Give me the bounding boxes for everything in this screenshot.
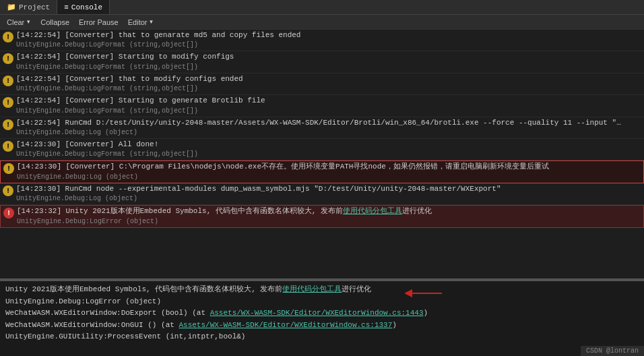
log-text: [14:22:54] RunCmd D:/test/Unity/unity-20… xyxy=(16,118,641,138)
tab-console-label: Console xyxy=(71,3,102,11)
log-text: [14:23:30] RunCmd node --experimental-mo… xyxy=(16,184,641,204)
detail-panel: Unity 2021版本使用Embeded Symbols, 代码包中含有函数名… xyxy=(0,280,644,356)
detail-line-1: Unity 2021版本使用Embeded Symbols, 代码包中含有函数名… xyxy=(5,284,639,296)
project-icon: 📁 xyxy=(7,3,16,11)
log-line1: [14:22:54] [Converter] that to genarate … xyxy=(16,30,641,40)
warn-icon: ! xyxy=(3,119,13,130)
log-line1: [14:22:54] RunCmd D:/test/Unity/unity-20… xyxy=(16,118,622,128)
link-code-split[interactable]: 使用代码分包工具 xyxy=(343,207,402,215)
detail-line-3: WeChatWASM.WXEditorWindow:DoExport (bool… xyxy=(5,307,639,320)
log-line1: [14:22:54] [Converter] Starting to modif… xyxy=(16,52,641,62)
log-text: [14:22:54] [Converter] that to modify co… xyxy=(16,74,641,94)
log-entry[interactable]: ! [14:22:54] [Converter] that to modify … xyxy=(0,73,644,95)
log-text: [14:22:54] [Converter] Starting to modif… xyxy=(16,52,641,71)
log-line1: [14:22:54] [Converter] Starting to gener… xyxy=(16,96,641,106)
tab-project-label: Project xyxy=(19,3,50,11)
log-entry[interactable]: ! [14:23:30] [Converter] All done! Unity… xyxy=(0,139,644,160)
tab-project[interactable]: 📁 Project xyxy=(0,0,57,14)
log-line2: UnityEngine.Debug:Log (object) xyxy=(16,194,641,204)
log-entry[interactable]: ! [14:23:30] RunCmd node --experimental-… xyxy=(0,183,644,205)
log-line2: UnityEngine.Debug:LogFormat (string,obje… xyxy=(16,150,641,159)
log-line2: UnityEngine.Debug:LogFormat (string,obje… xyxy=(16,107,641,116)
warn-icon: ! xyxy=(3,163,14,174)
log-entry[interactable]: ! [14:22:54] [Converter] Starting to mod… xyxy=(0,51,644,73)
log-text: [14:22:54] [Converter] Starting to gener… xyxy=(16,96,641,115)
warn-icon: ! xyxy=(3,32,13,42)
log-entry[interactable]: ! [14:22:54] [Converter] that to genarat… xyxy=(0,30,644,51)
log-text: [14:23:32] Unity 2021版本使用Embeded Symbols… xyxy=(17,206,641,226)
log-line1: [14:23:32] Unity 2021版本使用Embeded Symbols… xyxy=(17,206,641,216)
warn-icon: ! xyxy=(3,185,13,196)
editor-label: Editor xyxy=(128,18,148,26)
clear-label: Clear xyxy=(7,18,24,26)
log-line1: [14:23:30] [Converter] All done! xyxy=(16,140,641,150)
detail-panel-wrapper: Unity 2021版本使用Embeded Symbols, 代码包中含有函数名… xyxy=(0,278,644,356)
clear-button[interactable]: Clear ▼ xyxy=(3,16,35,28)
warn-icon: ! xyxy=(3,141,13,152)
log-line1: [14:23:30] RunCmd node --experimental-mo… xyxy=(16,184,641,194)
console-scroll-area[interactable]: ! [14:22:54] [Converter] that to genarat… xyxy=(0,30,644,278)
log-line2: UnityEngine.Debug:Log (object) xyxy=(17,173,641,182)
error-pause-label: Error Pause xyxy=(79,18,119,26)
tab-bar: 📁 Project ≡ Console xyxy=(0,0,644,15)
error-pause-button[interactable]: Error Pause xyxy=(75,16,123,28)
clear-chevron-icon: ▼ xyxy=(26,19,31,25)
log-entry[interactable]: ! [14:22:54] RunCmd D:/test/Unity/unity-… xyxy=(0,117,644,139)
log-entry-highlighted[interactable]: ! [14:23:30] [Converter] C:\Program File… xyxy=(0,160,644,183)
detail-link-cs1443[interactable]: Assets/WX-WASM-SDK/Editor/WXEditorWindow… xyxy=(210,309,424,317)
console-icon: ≡ xyxy=(64,3,69,11)
detail-link-cs1337[interactable]: Assets/WX-WASM-SDK/Editor/WXEditorWindow… xyxy=(179,321,392,329)
status-text: CSDN @lontran xyxy=(586,347,639,355)
warn-icon: ! xyxy=(3,76,13,86)
log-line2: UnityEngine.Debug:LogError (object) xyxy=(17,217,641,227)
tab-console[interactable]: ≡ Console xyxy=(57,0,110,14)
log-line1: [14:22:54] [Converter] that to modify co… xyxy=(16,74,641,84)
status-bar: CSDN @lontran xyxy=(581,346,644,356)
log-text: [14:23:30] [Converter] C:\Program Files\… xyxy=(17,162,641,181)
editor-chevron-icon: ▼ xyxy=(148,19,154,25)
collapse-button[interactable]: Collapse xyxy=(36,16,73,28)
log-line2: UnityEngine.Debug:LogFormat (string,obje… xyxy=(16,40,641,50)
warn-icon: ! xyxy=(3,53,13,64)
detail-link-code-split[interactable]: 使用代码分包工具 xyxy=(282,285,342,293)
err-icon: ! xyxy=(3,208,14,218)
detail-text: Unity 2021版本使用Embeded Symbols, 代码包中含有函数名… xyxy=(5,284,639,343)
detail-line-4: WeChatWASM.WXEditorWindow:OnGUI () (at A… xyxy=(5,320,639,332)
log-line2: UnityEngine.Debug:Log (object) xyxy=(16,128,641,138)
collapse-label: Collapse xyxy=(40,18,69,26)
log-text: [14:22:54] [Converter] that to genarate … xyxy=(16,30,641,50)
log-entry-error[interactable]: ! [14:23:32] Unity 2021版本使用Embeded Symbo… xyxy=(0,205,644,227)
log-entry[interactable]: ! [14:22:54] [Converter] Starting to gen… xyxy=(0,95,644,117)
detail-line-5: UnityEngine.GUIUtility:ProcessEvent (int… xyxy=(5,331,639,343)
editor-button[interactable]: Editor ▼ xyxy=(124,16,158,28)
log-text: [14:23:30] [Converter] All done! UnityEn… xyxy=(16,140,641,159)
toolbar: Clear ▼ Collapse Error Pause Editor ▼ xyxy=(0,15,644,30)
warn-icon: ! xyxy=(3,97,13,108)
log-line1: [14:23:30] [Converter] C:\Program Files\… xyxy=(17,162,641,172)
log-line2: UnityEngine.Debug:LogFormat (string,obje… xyxy=(16,84,641,94)
detail-line-2: UnityEngine.Debug:LogError (object) xyxy=(5,296,639,308)
log-line2: UnityEngine.Debug:LogFormat (string,obje… xyxy=(16,63,641,72)
